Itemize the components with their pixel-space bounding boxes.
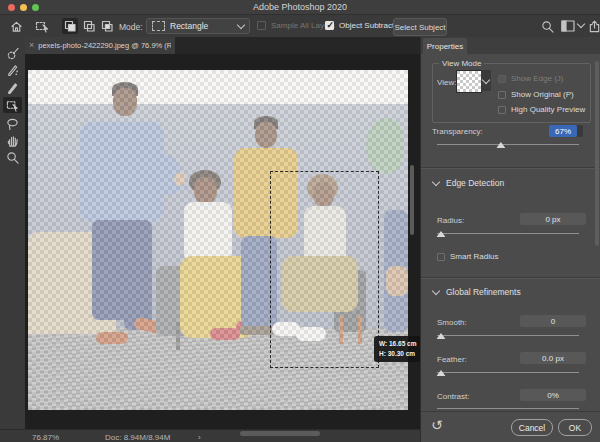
document-tab-title: pexels-photo-2422290.jpeg @ 76.9% (RGB/8… xyxy=(38,41,171,50)
canvas-horizontal-scrollbar[interactable] xyxy=(240,431,320,436)
properties-panel: Properties View Mode View: Show Edge (J)… xyxy=(420,37,600,442)
home-icon[interactable] xyxy=(8,18,24,34)
smart-radius-label: Smart Radius xyxy=(450,252,498,261)
document-tab[interactable]: × pexels-photo-2422290.jpeg @ 76.9% (RGB… xyxy=(25,37,175,54)
zoom-tool[interactable] xyxy=(3,149,22,165)
doc-size-text: Doc: 8.94M/8.94M xyxy=(105,433,170,442)
rectangle-mode-icon xyxy=(152,21,165,31)
zoom-level-field[interactable]: 76.87% xyxy=(32,433,59,442)
show-original-checkbox[interactable]: Show Original (P) xyxy=(498,90,574,99)
status-bar: 76.87% Doc: 8.94M/8.94M › xyxy=(0,429,420,442)
subtract-from-selection-icon[interactable] xyxy=(99,18,115,34)
smooth-label: Smooth: xyxy=(437,318,467,327)
workspace-chevron-icon[interactable] xyxy=(577,20,585,28)
mode-label: Mode: xyxy=(119,22,143,32)
feather-label: Feather: xyxy=(437,355,467,364)
document-image[interactable] xyxy=(28,70,408,410)
view-dropdown-button[interactable] xyxy=(481,70,491,91)
contrast-value: 0% xyxy=(547,391,559,400)
canvas-area[interactable]: W: 16.65 cm H: 30.30 cm xyxy=(25,54,420,429)
radius-slider[interactable] xyxy=(437,230,579,237)
workspace-icon[interactable] xyxy=(560,18,576,34)
tab-properties[interactable]: Properties xyxy=(423,38,467,54)
slider-thumb[interactable] xyxy=(437,333,446,339)
close-tab-icon[interactable]: × xyxy=(29,41,34,50)
window-title: Adobe Photoshop 2020 xyxy=(0,2,600,12)
slider-thumb[interactable] xyxy=(496,142,505,148)
edge-detection-title: Edge Detection xyxy=(446,178,504,188)
cancel-button[interactable]: Cancel xyxy=(511,419,553,436)
high-quality-preview-checkbox[interactable]: High Quality Preview xyxy=(498,105,585,114)
object-selection-tool[interactable] xyxy=(3,97,22,113)
global-refinements-title: Global Refinements xyxy=(446,287,521,297)
share-icon[interactable] xyxy=(586,18,600,34)
quick-selection-tool[interactable] xyxy=(3,45,22,61)
object-subtract-checkbox[interactable]: Object Subtract xyxy=(325,21,394,30)
ok-button[interactable]: OK xyxy=(558,419,592,436)
cancel-label: Cancel xyxy=(519,423,545,433)
chevron-down-icon xyxy=(237,20,245,28)
object-subtract-label: Object Subtract xyxy=(339,21,394,30)
canvas-vertical-scrollbar[interactable] xyxy=(410,165,414,235)
brush-tool[interactable] xyxy=(3,80,22,96)
checkbox-checked-icon xyxy=(325,21,334,30)
doc-info-chevron-icon[interactable]: › xyxy=(198,433,201,442)
new-selection-icon[interactable] xyxy=(62,18,78,34)
feather-value: 0.0 px xyxy=(542,354,564,363)
tooltip-width: W: 16.65 cm xyxy=(379,339,416,349)
radius-value: 0 px xyxy=(545,215,560,224)
show-edge-label: Show Edge (J) xyxy=(511,74,563,83)
object-selection-tool-icon[interactable] xyxy=(34,18,50,34)
radius-label: Radius: xyxy=(437,216,464,225)
reset-icon[interactable]: ↺ xyxy=(431,418,443,432)
selection-rectangle[interactable] xyxy=(270,171,379,368)
view-thumbnail[interactable] xyxy=(456,70,482,93)
contrast-label: Contrast: xyxy=(437,392,469,401)
select-subject-label: Select Subject xyxy=(394,23,445,32)
tool-strip xyxy=(0,37,26,425)
checkbox-icon xyxy=(498,75,506,83)
high-quality-preview-label: High Quality Preview xyxy=(511,105,585,114)
slider-thumb[interactable] xyxy=(437,370,446,376)
ok-label: OK xyxy=(569,423,581,433)
smooth-slider[interactable] xyxy=(437,332,579,339)
divider xyxy=(421,167,600,168)
checkbox-icon xyxy=(498,106,506,114)
chevron-down-icon xyxy=(432,177,440,185)
selection-size-tooltip: W: 16.65 cm H: 30.30 cm xyxy=(374,336,420,362)
smart-radius-checkbox[interactable]: Smart Radius xyxy=(437,252,498,261)
refine-edge-brush-tool[interactable] xyxy=(3,62,22,78)
checkbox-icon xyxy=(257,21,266,30)
transparency-label: Transparency: xyxy=(432,127,483,136)
divider xyxy=(421,277,600,278)
edge-detection-header[interactable]: Edge Detection xyxy=(433,178,504,188)
feather-value-field[interactable]: 0.0 px xyxy=(520,352,586,364)
checkbox-icon xyxy=(437,253,445,261)
view-mode-title: View Mode xyxy=(439,59,484,68)
properties-tab-label: Properties xyxy=(427,42,463,51)
smooth-value-field[interactable]: 0 xyxy=(520,315,586,327)
sample-all-layers-checkbox[interactable]: Sample All Layers xyxy=(257,21,335,30)
lasso-tool[interactable] xyxy=(3,115,22,131)
panel-tab-bar: Properties xyxy=(421,37,600,54)
global-refinements-header[interactable]: Global Refinements xyxy=(433,287,521,297)
transparency-value-field[interactable]: 67% xyxy=(549,125,583,137)
document-tab-bar: × pexels-photo-2422290.jpeg @ 76.9% (RGB… xyxy=(25,37,420,54)
show-edge-checkbox[interactable]: Show Edge (J) xyxy=(498,74,563,83)
tooltip-height: H: 30.30 cm xyxy=(379,349,416,359)
panel-scrollbar[interactable] xyxy=(595,61,599,246)
options-toolbar: Mode: Rectangle Sample All Layers Object… xyxy=(0,15,600,38)
hand-tool[interactable] xyxy=(3,132,22,148)
search-icon[interactable] xyxy=(539,18,555,34)
radius-value-field[interactable]: 0 px xyxy=(520,213,586,225)
titlebar: Adobe Photoshop 2020 xyxy=(0,0,600,15)
transparency-slider[interactable] xyxy=(437,141,579,148)
select-subject-button[interactable]: Select Subject xyxy=(393,18,447,36)
mode-dropdown[interactable]: Rectangle xyxy=(146,18,250,34)
add-to-selection-icon[interactable] xyxy=(81,18,97,34)
view-label: View: xyxy=(437,78,456,87)
contrast-value-field[interactable]: 0% xyxy=(520,389,586,401)
slider-thumb[interactable] xyxy=(437,231,446,237)
feather-slider[interactable] xyxy=(437,369,579,376)
mode-dropdown-value: Rectangle xyxy=(170,21,233,31)
